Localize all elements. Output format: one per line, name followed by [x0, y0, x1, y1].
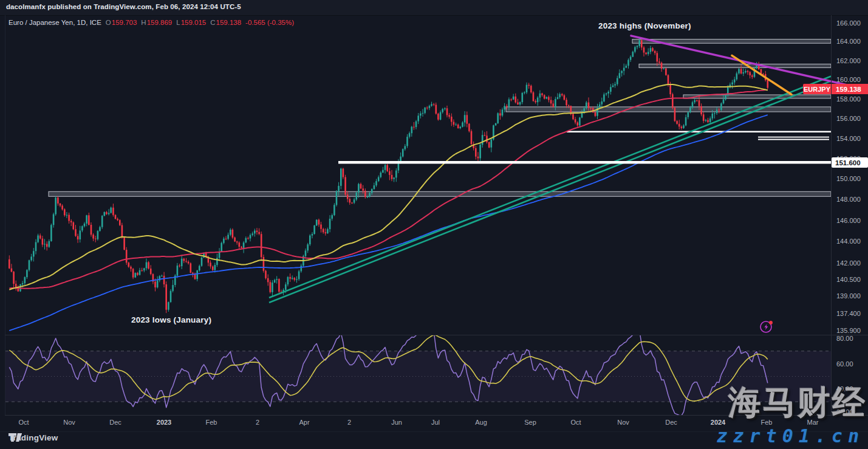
price-tick: 148.000 [836, 196, 861, 203]
tradingview-snapshot: dacolmanfx published on TradingView.com,… [0, 0, 868, 449]
level-price-badge: 151.600 [832, 157, 868, 168]
time-tick: Dec [109, 419, 121, 426]
time-tick: Aug [475, 419, 487, 426]
open-value: 159.703 [112, 19, 137, 26]
chart-svg [0, 0, 868, 449]
price-tick: 158.000 [836, 95, 861, 103]
symbol-legend[interactable]: Euro / Japanese Yen, 1D, ICE O159.703 H1… [9, 19, 294, 26]
price-tick: 160.000 [836, 76, 861, 83]
annotation-2023-highs: 2023 highs (November) [598, 21, 691, 30]
tradingview-logo-icon [9, 433, 22, 442]
time-tick: Jun [391, 419, 402, 426]
main-pane [9, 38, 868, 331]
rsi-tick: 60.00 [836, 360, 853, 368]
time-tick: Oct [18, 419, 29, 426]
watermark-site: zzrt01.cn [716, 425, 864, 447]
watermark-chinese: 海马财经 [728, 386, 867, 419]
last-price-badge: 159.138 [832, 84, 868, 94]
flash-idea-button[interactable] [758, 318, 775, 335]
time-tick: 2023 [157, 419, 171, 426]
annotation-2023-lows: 2023 lows (January) [131, 315, 211, 324]
price-tick: 137.400 [836, 310, 861, 317]
change-value: -0.565 (-0.35%) [245, 19, 294, 26]
time-tick: Oct [570, 419, 581, 426]
price-tick: 156.000 [836, 115, 861, 122]
symbol-title: Euro / Japanese Yen, 1D, ICE [9, 19, 101, 26]
time-tick: Nov [63, 419, 75, 426]
price-tick: 142.000 [836, 259, 861, 267]
time-tick: Sep [524, 419, 536, 426]
price-tick: 146.000 [836, 217, 861, 224]
close-value: 159.138 [216, 19, 242, 26]
high-label: H [141, 19, 146, 26]
rsi-tick: 80.00 [836, 335, 853, 342]
price-axis-border [831, 15, 832, 415]
symbol-price-flag: EURJPY [803, 84, 831, 94]
price-tick: 139.000 [836, 292, 861, 300]
lightning-icon [758, 318, 775, 335]
close-label: C [210, 19, 215, 26]
time-tick: Dec [665, 419, 677, 426]
pane-left-border [5, 15, 5, 415]
price-tick: 140.500 [836, 276, 861, 283]
time-tick: 2 [256, 419, 259, 426]
time-tick: 2 [347, 419, 351, 426]
tradingview-logo[interactable]: TradingView [9, 433, 58, 442]
price-tick: 144.000 [836, 238, 861, 245]
time-tick: Feb [206, 419, 217, 426]
time-tick: Apr [299, 419, 309, 426]
low-value: 159.015 [181, 19, 207, 26]
rsi-pane [5, 331, 831, 416]
high-value: 159.869 [147, 19, 173, 26]
open-label: O [106, 19, 111, 26]
pane-separator[interactable] [5, 335, 868, 335]
price-tick: 135.900 [836, 327, 861, 334]
price-tick: 162.000 [836, 57, 861, 64]
price-tick: 150.000 [836, 175, 861, 182]
time-tick: Nov [617, 419, 629, 426]
time-tick: Jul [431, 419, 440, 426]
price-tick: 154.000 [836, 135, 861, 142]
price-tick: 166.000 [836, 19, 861, 27]
price-tick: 164.000 [836, 38, 861, 45]
low-label: L [176, 19, 180, 26]
